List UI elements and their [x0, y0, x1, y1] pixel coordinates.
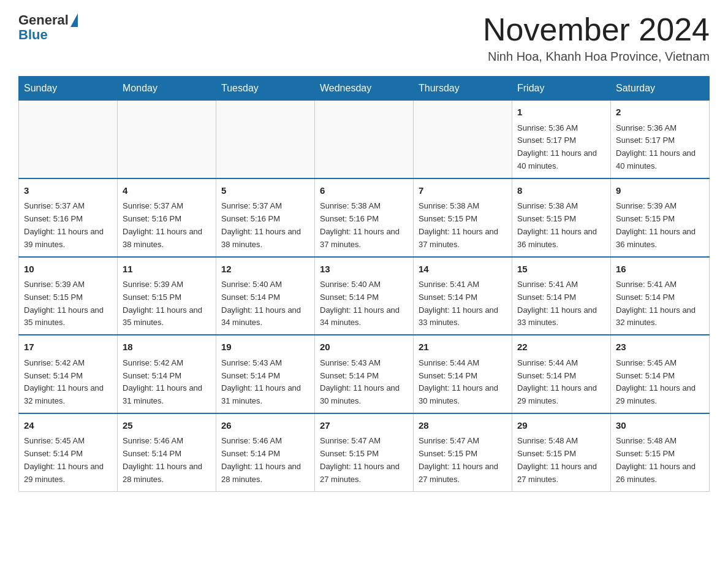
calendar-cell [414, 101, 512, 178]
day-info: Sunrise: 5:39 AM Sunset: 5:15 PM Dayligh… [123, 278, 211, 329]
calendar-cell: 12Sunrise: 5:40 AM Sunset: 5:14 PM Dayli… [216, 257, 315, 335]
day-number: 11 [123, 262, 211, 277]
day-info: Sunrise: 5:44 AM Sunset: 5:14 PM Dayligh… [419, 357, 507, 408]
day-number: 20 [320, 340, 408, 354]
day-number: 13 [320, 262, 408, 277]
day-info: Sunrise: 5:37 AM Sunset: 5:16 PM Dayligh… [123, 200, 211, 251]
calendar-cell: 3Sunrise: 5:37 AM Sunset: 5:16 PM Daylig… [19, 178, 118, 257]
day-info: Sunrise: 5:37 AM Sunset: 5:16 PM Dayligh… [221, 200, 309, 251]
day-info: Sunrise: 5:43 AM Sunset: 5:14 PM Dayligh… [320, 357, 408, 408]
day-number: 24 [24, 419, 112, 433]
location-subtitle: Ninh Hoa, Khanh Hoa Province, Vietnam [483, 50, 710, 64]
day-number: 16 [616, 262, 704, 277]
calendar-cell: 4Sunrise: 5:37 AM Sunset: 5:16 PM Daylig… [118, 178, 216, 257]
weekday-header-friday: Friday [512, 77, 611, 101]
weekday-header-row: SundayMondayTuesdayWednesdayThursdayFrid… [19, 77, 710, 101]
weekday-header-sunday: Sunday [19, 77, 118, 101]
weekday-header-saturday: Saturday [611, 77, 710, 101]
day-number: 26 [221, 419, 309, 433]
calendar-cell: 17Sunrise: 5:42 AM Sunset: 5:14 PM Dayli… [19, 335, 118, 413]
day-info: Sunrise: 5:40 AM Sunset: 5:14 PM Dayligh… [221, 278, 309, 329]
day-info: Sunrise: 5:40 AM Sunset: 5:14 PM Dayligh… [320, 278, 408, 329]
day-number: 6 [320, 184, 408, 198]
day-info: Sunrise: 5:38 AM Sunset: 5:16 PM Dayligh… [320, 200, 408, 251]
day-info: Sunrise: 5:46 AM Sunset: 5:14 PM Dayligh… [123, 435, 211, 486]
day-info: Sunrise: 5:36 AM Sunset: 5:17 PM Dayligh… [616, 122, 704, 173]
day-info: Sunrise: 5:47 AM Sunset: 5:15 PM Dayligh… [320, 435, 408, 486]
calendar-cell: 11Sunrise: 5:39 AM Sunset: 5:15 PM Dayli… [118, 257, 216, 335]
day-info: Sunrise: 5:42 AM Sunset: 5:14 PM Dayligh… [24, 357, 112, 408]
calendar-cell: 7Sunrise: 5:38 AM Sunset: 5:15 PM Daylig… [414, 178, 512, 257]
day-info: Sunrise: 5:43 AM Sunset: 5:14 PM Dayligh… [221, 357, 309, 408]
calendar-cell [118, 101, 216, 178]
calendar-cell: 22Sunrise: 5:44 AM Sunset: 5:14 PM Dayli… [512, 335, 611, 413]
calendar-cell: 27Sunrise: 5:47 AM Sunset: 5:15 PM Dayli… [315, 413, 414, 491]
day-info: Sunrise: 5:36 AM Sunset: 5:17 PM Dayligh… [517, 122, 605, 173]
weekday-header-monday: Monday [118, 77, 216, 101]
calendar-cell: 26Sunrise: 5:46 AM Sunset: 5:14 PM Dayli… [216, 413, 315, 491]
day-info: Sunrise: 5:45 AM Sunset: 5:14 PM Dayligh… [24, 435, 112, 486]
calendar-cell: 6Sunrise: 5:38 AM Sunset: 5:16 PM Daylig… [315, 178, 414, 257]
day-number: 22 [517, 340, 605, 354]
day-info: Sunrise: 5:39 AM Sunset: 5:15 PM Dayligh… [616, 200, 704, 251]
day-number: 17 [24, 340, 112, 354]
day-info: Sunrise: 5:37 AM Sunset: 5:16 PM Dayligh… [24, 200, 112, 251]
day-number: 8 [517, 184, 605, 198]
calendar-cell: 1Sunrise: 5:36 AM Sunset: 5:17 PM Daylig… [512, 101, 611, 178]
day-info: Sunrise: 5:38 AM Sunset: 5:15 PM Dayligh… [419, 200, 507, 251]
title-section: November 2024 Ninh Hoa, Khanh Hoa Provin… [483, 12, 710, 64]
day-number: 18 [123, 340, 211, 354]
day-info: Sunrise: 5:41 AM Sunset: 5:14 PM Dayligh… [616, 278, 704, 329]
calendar-cell: 16Sunrise: 5:41 AM Sunset: 5:14 PM Dayli… [611, 257, 710, 335]
day-info: Sunrise: 5:39 AM Sunset: 5:15 PM Dayligh… [24, 278, 112, 329]
calendar-cell: 23Sunrise: 5:45 AM Sunset: 5:14 PM Dayli… [611, 335, 710, 413]
day-number: 9 [616, 184, 704, 198]
calendar-cell: 20Sunrise: 5:43 AM Sunset: 5:14 PM Dayli… [315, 335, 414, 413]
calendar-week-5: 24Sunrise: 5:45 AM Sunset: 5:14 PM Dayli… [19, 413, 710, 491]
day-info: Sunrise: 5:41 AM Sunset: 5:14 PM Dayligh… [419, 278, 507, 329]
day-number: 28 [419, 419, 507, 433]
calendar-cell: 9Sunrise: 5:39 AM Sunset: 5:15 PM Daylig… [611, 178, 710, 257]
calendar-cell [315, 101, 414, 178]
logo-general: General [18, 12, 78, 28]
month-title: November 2024 [483, 12, 710, 47]
day-info: Sunrise: 5:45 AM Sunset: 5:14 PM Dayligh… [616, 357, 704, 408]
calendar-cell: 2Sunrise: 5:36 AM Sunset: 5:17 PM Daylig… [611, 101, 710, 178]
calendar-cell: 29Sunrise: 5:48 AM Sunset: 5:15 PM Dayli… [512, 413, 611, 491]
day-number: 3 [24, 184, 112, 198]
day-number: 21 [419, 340, 507, 354]
calendar-week-2: 3Sunrise: 5:37 AM Sunset: 5:16 PM Daylig… [19, 178, 710, 257]
calendar-cell: 28Sunrise: 5:47 AM Sunset: 5:15 PM Dayli… [414, 413, 512, 491]
day-number: 19 [221, 340, 309, 354]
calendar-cell: 15Sunrise: 5:41 AM Sunset: 5:14 PM Dayli… [512, 257, 611, 335]
calendar-cell: 8Sunrise: 5:38 AM Sunset: 5:15 PM Daylig… [512, 178, 611, 257]
day-info: Sunrise: 5:46 AM Sunset: 5:14 PM Dayligh… [221, 435, 309, 486]
calendar-cell: 25Sunrise: 5:46 AM Sunset: 5:14 PM Dayli… [118, 413, 216, 491]
day-info: Sunrise: 5:48 AM Sunset: 5:15 PM Dayligh… [517, 435, 605, 486]
calendar-cell: 10Sunrise: 5:39 AM Sunset: 5:15 PM Dayli… [19, 257, 118, 335]
day-number: 1 [517, 105, 605, 120]
calendar-cell: 14Sunrise: 5:41 AM Sunset: 5:14 PM Dayli… [414, 257, 512, 335]
day-number: 29 [517, 419, 605, 433]
calendar-cell: 19Sunrise: 5:43 AM Sunset: 5:14 PM Dayli… [216, 335, 315, 413]
calendar-cell: 30Sunrise: 5:48 AM Sunset: 5:15 PM Dayli… [611, 413, 710, 491]
logo: General Blue [18, 12, 78, 43]
calendar-cell [216, 101, 315, 178]
calendar-cell: 18Sunrise: 5:42 AM Sunset: 5:14 PM Dayli… [118, 335, 216, 413]
calendar-week-4: 17Sunrise: 5:42 AM Sunset: 5:14 PM Dayli… [19, 335, 710, 413]
page-header: General Blue November 2024 Ninh Hoa, Kha… [18, 12, 710, 64]
day-number: 4 [123, 184, 211, 198]
day-number: 14 [419, 262, 507, 277]
day-number: 30 [616, 419, 704, 433]
weekday-header-tuesday: Tuesday [216, 77, 315, 101]
calendar-cell: 24Sunrise: 5:45 AM Sunset: 5:14 PM Dayli… [19, 413, 118, 491]
calendar-cell [19, 101, 118, 178]
calendar-cell: 21Sunrise: 5:44 AM Sunset: 5:14 PM Dayli… [414, 335, 512, 413]
day-number: 7 [419, 184, 507, 198]
day-info: Sunrise: 5:44 AM Sunset: 5:14 PM Dayligh… [517, 357, 605, 408]
day-info: Sunrise: 5:38 AM Sunset: 5:15 PM Dayligh… [517, 200, 605, 251]
day-info: Sunrise: 5:41 AM Sunset: 5:14 PM Dayligh… [517, 278, 605, 329]
day-info: Sunrise: 5:42 AM Sunset: 5:14 PM Dayligh… [123, 357, 211, 408]
calendar-cell: 5Sunrise: 5:37 AM Sunset: 5:16 PM Daylig… [216, 178, 315, 257]
calendar-cell: 13Sunrise: 5:40 AM Sunset: 5:14 PM Dayli… [315, 257, 414, 335]
